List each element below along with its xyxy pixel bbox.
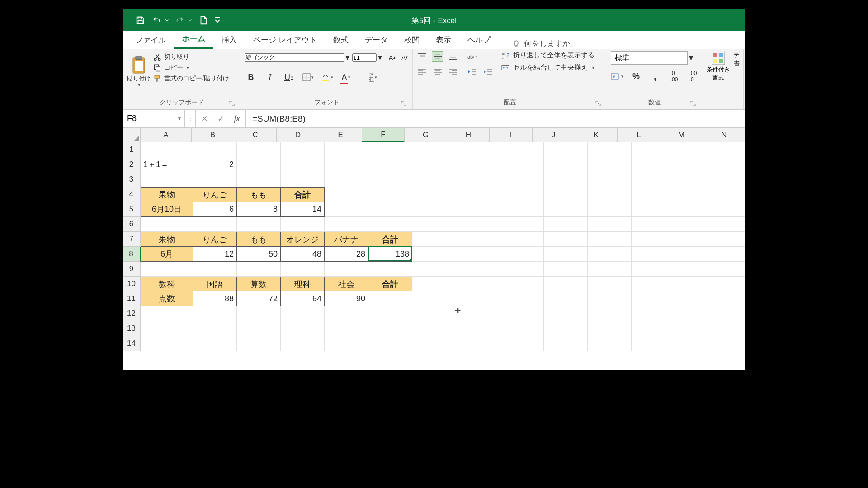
cell-A5[interactable]: 6月10日 xyxy=(141,202,193,217)
cell-H6[interactable] xyxy=(456,217,500,232)
font-size-select[interactable] xyxy=(352,53,377,62)
cell-J13[interactable] xyxy=(544,321,588,336)
cell-A2[interactable]: 1＋1＝ xyxy=(141,157,193,172)
decrease-decimal-icon[interactable]: .00.0 xyxy=(687,70,699,83)
cell-A3[interactable] xyxy=(141,172,193,187)
align-right-icon[interactable] xyxy=(447,66,459,77)
cell-G8[interactable] xyxy=(412,247,456,262)
row-header-7[interactable]: 7 xyxy=(123,232,141,247)
cell-C14[interactable] xyxy=(237,336,281,351)
cut-button[interactable]: 切り取り xyxy=(153,53,229,61)
cell-D9[interactable] xyxy=(281,262,325,277)
accounting-format-button[interactable]: ¥▾ xyxy=(611,70,623,83)
dialog-launcher-icon[interactable] xyxy=(401,100,407,107)
cell-G9[interactable] xyxy=(412,262,456,277)
cell-H11[interactable] xyxy=(456,291,500,306)
cell-L6[interactable] xyxy=(632,217,675,232)
cell-E10[interactable]: 社会 xyxy=(325,277,368,291)
cell-G11[interactable] xyxy=(412,291,456,306)
cell-N13[interactable] xyxy=(719,321,745,336)
table-format-button[interactable]: テ 書 xyxy=(734,51,740,67)
cell-L2[interactable] xyxy=(632,157,675,172)
cell-M3[interactable] xyxy=(675,172,719,187)
cell-N2[interactable] xyxy=(719,157,745,172)
cell-E5[interactable] xyxy=(325,202,368,217)
cell-C2[interactable] xyxy=(237,157,281,172)
cell-M12[interactable] xyxy=(675,306,719,321)
cell-M14[interactable] xyxy=(675,336,719,351)
cell-F1[interactable] xyxy=(368,142,412,157)
insert-function-button[interactable]: fx xyxy=(232,114,242,124)
cell-B4[interactable]: りんご xyxy=(193,187,237,202)
row-header-3[interactable]: 3 xyxy=(123,172,141,187)
cell-C9[interactable] xyxy=(237,262,281,277)
cell-B2[interactable]: 2 xyxy=(193,157,237,172)
cell-K3[interactable] xyxy=(588,172,632,187)
cell-J5[interactable] xyxy=(544,202,588,217)
cell-K14[interactable] xyxy=(588,336,632,351)
cell-E13[interactable] xyxy=(325,321,368,336)
cell-A12[interactable] xyxy=(141,306,193,321)
cell-L12[interactable] xyxy=(632,306,675,321)
cell-G13[interactable] xyxy=(412,321,456,336)
cell-K13[interactable] xyxy=(588,321,632,336)
italic-button[interactable]: I xyxy=(264,71,276,84)
cell-M9[interactable] xyxy=(675,262,719,277)
cell-I1[interactable] xyxy=(500,142,544,157)
column-header-L[interactable]: L xyxy=(618,128,660,142)
cell-C13[interactable] xyxy=(237,321,281,336)
column-header-K[interactable]: K xyxy=(575,128,618,142)
cell-H12[interactable] xyxy=(456,306,500,321)
spreadsheet-grid[interactable]: ABCDEFGHIJKLMN 1234567891011121314 1＋1＝2… xyxy=(123,128,745,370)
cell-A7[interactable]: 果物 xyxy=(141,232,193,247)
cell-L1[interactable] xyxy=(632,142,675,157)
cell-K8[interactable] xyxy=(588,247,632,262)
cell-N12[interactable] xyxy=(719,306,745,321)
cell-N7[interactable] xyxy=(719,232,745,247)
cell-H7[interactable] xyxy=(456,232,500,247)
row-header-8[interactable]: 8 xyxy=(123,247,141,262)
cell-H3[interactable] xyxy=(456,172,500,187)
cell-G6[interactable] xyxy=(412,217,456,232)
cell-B7[interactable]: りんご xyxy=(193,232,237,247)
cell-F7[interactable]: 合計 xyxy=(368,232,412,247)
cell-M2[interactable] xyxy=(675,157,719,172)
tab-ファイル[interactable]: ファイル xyxy=(127,31,174,49)
cell-D11[interactable]: 64 xyxy=(281,291,325,306)
cell-M8[interactable] xyxy=(675,247,719,262)
cell-F8[interactable]: 138 xyxy=(368,247,412,262)
cell-A14[interactable] xyxy=(141,336,193,351)
cell-D1[interactable] xyxy=(281,142,325,157)
cell-L5[interactable] xyxy=(632,202,675,217)
cell-B12[interactable] xyxy=(193,306,237,321)
cell-I8[interactable] xyxy=(500,247,544,262)
cell-F5[interactable] xyxy=(368,202,412,217)
cell-E11[interactable]: 90 xyxy=(325,291,368,306)
align-middle-icon[interactable] xyxy=(432,51,443,62)
cell-C7[interactable]: もも xyxy=(237,232,281,247)
cell-F2[interactable] xyxy=(368,157,412,172)
cell-H13[interactable] xyxy=(456,321,500,336)
cell-D6[interactable] xyxy=(281,217,325,232)
column-header-F[interactable]: F xyxy=(362,128,405,142)
cell-D4[interactable]: 合計 xyxy=(281,187,325,202)
redo-icon[interactable] xyxy=(175,15,185,25)
column-header-B[interactable]: B xyxy=(192,128,234,142)
cell-B13[interactable] xyxy=(193,321,237,336)
chevron-down-icon[interactable]: ▾ xyxy=(344,51,350,64)
cell-J2[interactable] xyxy=(544,157,588,172)
cell-H1[interactable] xyxy=(456,142,500,157)
cell-D8[interactable]: 48 xyxy=(281,247,325,262)
cell-I7[interactable] xyxy=(500,232,544,247)
cell-L4[interactable] xyxy=(632,187,675,202)
qat-customize-icon[interactable] xyxy=(215,15,220,25)
column-header-N[interactable]: N xyxy=(703,128,745,142)
column-header-G[interactable]: G xyxy=(405,128,447,142)
cell-C11[interactable]: 72 xyxy=(237,291,281,306)
cell-C5[interactable]: 8 xyxy=(237,202,281,217)
cell-A4[interactable]: 果物 xyxy=(141,187,193,202)
cell-N1[interactable] xyxy=(719,142,745,157)
tab-データ[interactable]: データ xyxy=(357,31,396,49)
cell-H10[interactable] xyxy=(456,277,500,291)
cell-D5[interactable]: 14 xyxy=(281,202,325,217)
